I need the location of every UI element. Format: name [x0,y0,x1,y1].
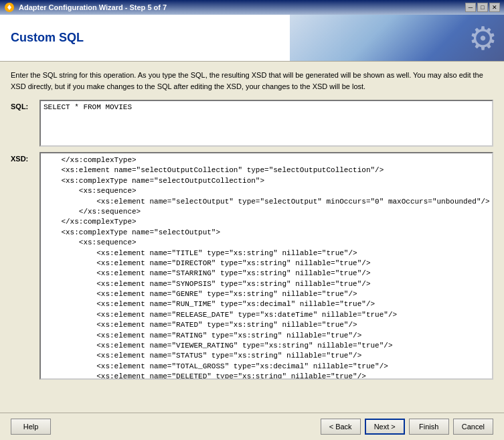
wizard-body: Custom SQL ⚙ Enter the SQL string for th… [0,15,504,440]
wizard-title: Custom SQL [11,31,84,45]
wizard-description: Enter the SQL string for this operation.… [0,62,504,97]
minimize-button[interactable]: ─ [465,3,476,12]
app-icon [4,2,15,13]
xsd-label: XSD: [11,152,34,163]
sql-label: SQL: [11,100,34,111]
back-button[interactable]: < Back [321,419,361,435]
xsd-text: </xs:complexType> <xs:element name="sele… [44,155,489,378]
wizard-header: Custom SQL ⚙ [0,15,504,62]
next-button[interactable]: Next > [365,419,405,435]
title-bar: Adapter Configuration Wizard - Step 5 of… [0,0,504,15]
help-button[interactable]: Help [11,419,51,435]
xsd-content-wrapper: </xs:complexType> <xs:element name="sele… [39,152,493,380]
gear-icon: ⚙ [469,19,497,57]
sql-input[interactable] [39,100,493,147]
footer-right: < Back Next > Finish Cancel [321,419,493,435]
maximize-button[interactable]: □ [477,3,488,12]
close-button[interactable]: ✕ [489,3,500,12]
wizard-footer: Help < Back Next > Finish Cancel [0,413,504,440]
cancel-button[interactable]: Cancel [453,419,493,435]
description-text: Enter the SQL string for this operation.… [11,71,483,90]
xsd-scrollable[interactable]: </xs:complexType> <xs:element name="sele… [41,153,492,378]
finish-button[interactable]: Finish [409,419,449,435]
title-bar-controls: ─ □ ✕ [465,3,500,12]
sql-field-row: SQL: [11,100,493,147]
title-bar-text: Adapter Configuration Wizard - Step 5 of… [19,3,167,11]
footer-left: Help [11,419,51,435]
wizard-content: SQL: XSD: </xs:complexType> <xs:element … [0,97,504,413]
xsd-field-row: XSD: </xs:complexType> <xs:element name=… [11,152,493,407]
header-graphic: ⚙ [290,15,504,61]
